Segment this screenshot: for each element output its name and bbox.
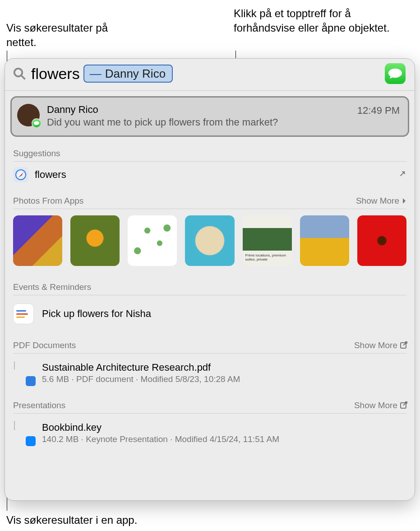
safari-icon xyxy=(13,167,28,182)
callout-web-results: Vis søkeresultater på nettet. xyxy=(6,21,119,50)
search-query-text[interactable]: flowers xyxy=(31,65,83,83)
messages-app-icon[interactable] xyxy=(385,63,406,84)
keynote-title: Bookbind.key xyxy=(42,422,279,433)
search-bar[interactable]: flowers — Danny Rico xyxy=(5,59,415,90)
photo-thumbnail[interactable] xyxy=(70,215,120,266)
open-in-app-icon xyxy=(400,342,406,349)
photo-thumbnail[interactable] xyxy=(300,215,349,266)
pdf-document-icon xyxy=(13,362,34,384)
divider xyxy=(13,413,406,414)
photo-thumbnail[interactable] xyxy=(185,215,234,266)
show-more-presentations[interactable]: Show More xyxy=(354,401,406,410)
photo-thumbnail[interactable] xyxy=(128,215,177,266)
divider xyxy=(13,209,406,209)
section-header-pdf: PDF Documents xyxy=(13,340,76,350)
reminders-icon xyxy=(13,303,34,324)
photos-row xyxy=(11,213,408,270)
photo-thumbnail[interactable] xyxy=(357,215,406,266)
top-hit-message: Did you want me to pick up flowers from … xyxy=(47,116,350,128)
section-header-presentations: Presentations xyxy=(13,401,65,410)
divider xyxy=(13,161,406,162)
svg-point-0 xyxy=(14,69,23,77)
show-more-label: Show More xyxy=(356,196,399,206)
photo-thumbnail[interactable] xyxy=(13,215,62,266)
top-hit-time: 12:49 PM xyxy=(357,104,400,116)
section-header-suggestions: Suggestions xyxy=(13,149,60,158)
show-more-label: Show More xyxy=(354,340,397,350)
reminder-result-row[interactable]: Pick up flowers for Nisha xyxy=(11,299,408,329)
token-dash: — xyxy=(86,67,105,81)
top-hit-result[interactable]: Danny Rico Did you want me to pick up fl… xyxy=(10,96,409,137)
pdf-meta: 5.6 MB · PDF document · Modified 5/8/23,… xyxy=(42,374,240,384)
keynote-result-row[interactable]: Bookbind.key 140.2 MB · Keynote Presenta… xyxy=(11,417,408,449)
divider xyxy=(13,353,406,354)
callout-top-hit: Klikk på et topptreff for å forhåndsvise… xyxy=(234,6,396,35)
web-suggestion-label: flowers xyxy=(35,169,392,181)
section-header-events: Events & Reminders xyxy=(13,282,91,292)
spotlight-window: flowers — Danny Rico Danny Rico Did you … xyxy=(5,58,415,501)
photo-thumbnail[interactable] xyxy=(243,215,292,266)
messages-badge-icon xyxy=(32,118,42,128)
search-contact-token[interactable]: — Danny Rico xyxy=(83,65,173,83)
divider xyxy=(5,90,415,91)
top-hit-name: Danny Rico xyxy=(47,104,350,116)
keynote-meta: 140.2 MB · Keynote Presentation · Modifi… xyxy=(42,434,279,444)
keynote-document-icon xyxy=(13,422,34,444)
contact-avatar xyxy=(17,104,40,126)
open-external-icon xyxy=(398,170,406,180)
show-more-label: Show More xyxy=(354,401,397,410)
token-name: Danny Rico xyxy=(105,67,166,81)
divider xyxy=(13,295,406,295)
web-suggestion-row[interactable]: flowers xyxy=(11,165,408,184)
section-header-photos: Photos From Apps xyxy=(13,196,83,206)
search-icon xyxy=(8,67,31,80)
pdf-result-row[interactable]: Sustainable Architecture Research.pdf 5.… xyxy=(11,357,408,389)
open-in-app-icon xyxy=(400,402,406,409)
pdf-title: Sustainable Architecture Research.pdf xyxy=(42,362,240,373)
show-more-photos[interactable]: Show More xyxy=(356,196,406,206)
svg-line-1 xyxy=(21,75,25,79)
show-more-pdf[interactable]: Show More xyxy=(354,340,406,350)
callout-app-results: Vis søkeresultater i en app. xyxy=(6,513,187,527)
reminder-title: Pick up flowers for Nisha xyxy=(42,308,151,320)
